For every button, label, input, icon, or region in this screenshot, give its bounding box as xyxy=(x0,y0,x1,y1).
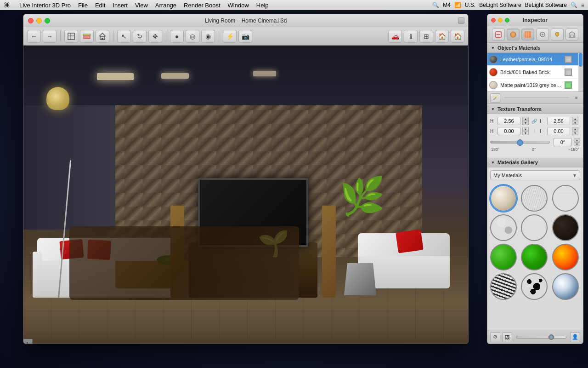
inspector-max[interactable] xyxy=(505,18,509,23)
gallery-item-7[interactable] xyxy=(521,244,548,270)
rotation-down[interactable]: ▼ xyxy=(574,142,580,146)
gallery-item-6[interactable] xyxy=(490,244,517,270)
apple-menu[interactable]: ⌘ xyxy=(4,1,10,9)
forward-btn[interactable]: → xyxy=(43,30,57,43)
rotation-slider-thumb[interactable] xyxy=(517,139,523,146)
svg-point-10 xyxy=(512,33,514,36)
brand-label: BeLight Software xyxy=(525,2,567,8)
svg-rect-22 xyxy=(565,69,571,75)
home-btn[interactable] xyxy=(96,30,109,43)
menu-file[interactable]: File xyxy=(78,2,88,9)
menubar: ⌘ Live Interior 3D Pro File Edit Insert … xyxy=(0,0,588,10)
inspector-image-btn[interactable]: 🖼 xyxy=(502,332,512,342)
inspector-settings-btn[interactable]: ⚙ xyxy=(490,332,500,342)
car-btn[interactable]: 🚗 xyxy=(388,30,402,43)
tab-structure[interactable] xyxy=(565,29,578,40)
v1-down[interactable]: ▼ xyxy=(572,121,578,125)
v1-stepper[interactable]: ▲ ▼ xyxy=(572,117,578,125)
inspector-close[interactable] xyxy=(491,18,496,23)
tab-object[interactable] xyxy=(492,29,505,40)
tab-light[interactable] xyxy=(551,29,564,40)
menu-view[interactable]: View xyxy=(135,2,148,9)
gallery-item-10[interactable] xyxy=(521,273,548,300)
inspector-person-btn[interactable]: 👤 xyxy=(570,332,580,342)
material-item-2[interactable]: Matte paint/1019 grey beige xyxy=(487,79,583,92)
gallery-item-2[interactable] xyxy=(552,185,579,212)
gallery-item-9[interactable] xyxy=(490,273,517,300)
v1-input[interactable]: 2.56 xyxy=(547,117,570,125)
render-btn3[interactable]: ◉ xyxy=(201,30,215,43)
gallery-item-0[interactable] xyxy=(490,185,517,212)
v2-stepper[interactable]: ▲ ▼ xyxy=(572,127,578,135)
menu-window[interactable]: Window xyxy=(228,2,249,9)
gallery-dropdown[interactable]: My Materials ▼ xyxy=(490,170,580,180)
materials-gallery-label: Materials Gallery xyxy=(498,160,538,165)
menu-help[interactable]: Help xyxy=(256,2,269,9)
link-icon[interactable]: 🔗 xyxy=(531,117,538,125)
wand-menu-icon[interactable]: ≡ xyxy=(573,94,580,102)
maximize-button[interactable] xyxy=(45,18,50,23)
rotation-slider-track[interactable] xyxy=(490,141,550,144)
rotation-stepper[interactable]: ▲ ▼ xyxy=(574,138,580,146)
menu-insert[interactable]: Insert xyxy=(113,2,128,9)
material-item-1[interactable]: Brick/001 Baked Brick xyxy=(487,66,583,79)
camera-btn[interactable]: 📷 xyxy=(238,30,252,43)
render-btn1[interactable]: ● xyxy=(170,30,184,43)
tab-settings[interactable] xyxy=(536,29,549,40)
scroll-handle[interactable]: ▐ xyxy=(23,339,33,344)
v1-up[interactable]: ▲ xyxy=(572,117,578,121)
traffic-lights xyxy=(28,18,50,23)
h1-down[interactable]: ▼ xyxy=(522,121,529,125)
inspector-slider[interactable] xyxy=(516,336,566,339)
wand-button[interactable]: 🪄 xyxy=(490,93,500,103)
gallery-item-11[interactable] xyxy=(552,273,579,300)
gallery-item-1[interactable] xyxy=(521,185,548,212)
gallery-item-4[interactable] xyxy=(521,214,548,241)
close-button[interactable] xyxy=(28,18,34,23)
rotate-tool[interactable]: ↻ xyxy=(133,30,147,43)
floorplan-btn[interactable] xyxy=(64,30,78,43)
h2-up[interactable]: ▲ xyxy=(522,127,529,131)
minimize-button[interactable] xyxy=(36,18,42,23)
h1-up[interactable]: ▲ xyxy=(522,117,529,121)
render-btn2[interactable]: ◎ xyxy=(186,30,199,43)
home2-btn[interactable]: 🏠 xyxy=(451,30,464,43)
inspector-min[interactable] xyxy=(498,18,503,23)
h1-stepper[interactable]: ▲ ▼ xyxy=(522,117,529,125)
toolbar-sep4 xyxy=(219,31,219,42)
house-btn[interactable]: 🏠 xyxy=(435,30,449,43)
menu-edit[interactable]: Edit xyxy=(95,2,105,9)
tab-texture[interactable] xyxy=(521,29,534,40)
menu-render[interactable]: Render Boost xyxy=(184,2,220,9)
materials-scrollthumb[interactable] xyxy=(579,53,582,67)
h2-input[interactable]: 0.00 xyxy=(498,127,520,135)
inspector-slider-thumb[interactable] xyxy=(548,334,554,340)
menu-arrange[interactable]: Arrange xyxy=(155,2,176,9)
materials-scrollbar[interactable] xyxy=(578,53,583,92)
menu-extra-icon[interactable]: ≡ xyxy=(581,2,584,8)
v2-down[interactable]: ▼ xyxy=(572,131,578,135)
gallery-item-5[interactable] xyxy=(552,214,579,241)
spotlight-icon[interactable]: 🔍 xyxy=(571,2,577,8)
gallery-item-3[interactable] xyxy=(490,214,517,241)
rotation-input[interactable]: 0° xyxy=(554,138,572,146)
rotation-row: 0° ▲ ▼ xyxy=(490,138,580,146)
furniture-btn[interactable] xyxy=(80,30,94,43)
h2-down[interactable]: ▼ xyxy=(522,131,529,135)
move-tool[interactable]: ✥ xyxy=(148,30,162,43)
materials-btn[interactable]: ⚡ xyxy=(223,30,237,43)
back-btn[interactable]: ← xyxy=(27,30,41,43)
info-btn[interactable]: ℹ xyxy=(404,30,418,43)
tab-material[interactable] xyxy=(507,29,520,40)
select-tool[interactable]: ↖ xyxy=(117,30,131,43)
window-resize[interactable] xyxy=(458,17,464,24)
material-item-0[interactable]: Leather/pamela_09014 xyxy=(487,53,583,66)
v2-input[interactable]: 0.00 xyxy=(547,127,570,135)
menu-app[interactable]: Live Interior 3D Pro xyxy=(19,2,71,9)
gallery-item-8[interactable] xyxy=(552,244,579,270)
v2-up[interactable]: ▲ xyxy=(572,127,578,131)
h1-input[interactable]: 2.56 xyxy=(498,117,520,125)
grid-btn[interactable]: ⊞ xyxy=(419,30,433,43)
rotation-up[interactable]: ▲ xyxy=(574,138,580,142)
h2-stepper[interactable]: ▲ ▼ xyxy=(522,127,529,135)
